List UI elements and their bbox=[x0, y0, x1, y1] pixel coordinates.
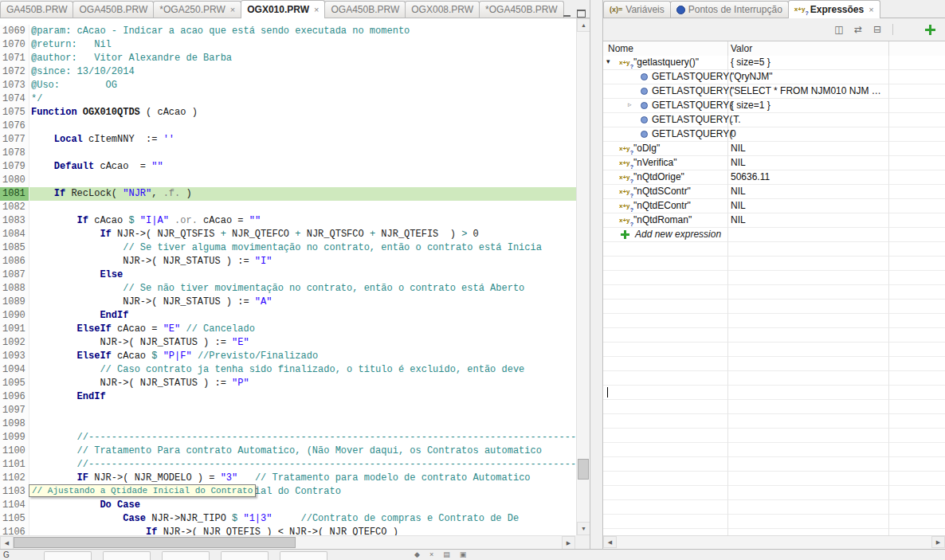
line-number[interactable]: 1083 bbox=[0, 214, 29, 228]
line-number[interactable]: 1078 bbox=[0, 147, 29, 160]
line-number[interactable]: 1076 bbox=[0, 119, 29, 133]
code-line-1080[interactable]: 1080 bbox=[0, 174, 576, 187]
expression-row[interactable]: x+y?"nVerifica"NIL bbox=[603, 156, 945, 170]
code-line-1099[interactable]: 1099 //---------------------------------… bbox=[0, 431, 576, 444]
expression-row[interactable]: GETLASTQUERY("SELECT * FROM NJM010 NJM W… bbox=[603, 84, 945, 99]
code-line-1092[interactable]: 1092 NJR->( NJR_STATUS ) := "E" bbox=[0, 336, 576, 350]
editor-tab-oga450b-prw[interactable]: OGA450B.PRW bbox=[324, 1, 406, 18]
line-number[interactable]: 1100 bbox=[0, 444, 29, 458]
console-view-tab-icon[interactable] bbox=[162, 551, 210, 560]
add-expression-icon[interactable] bbox=[621, 230, 629, 239]
code-line-1090[interactable]: 1090 EndIf bbox=[0, 309, 576, 323]
code-line-1073[interactable]: 1073@Uso: OG bbox=[0, 79, 576, 92]
expression-row[interactable]: GETLASTQUERY(0 bbox=[603, 127, 945, 142]
close-view-icon[interactable]: × bbox=[429, 550, 433, 558]
detach-view-icon[interactable]: ▣ bbox=[460, 550, 467, 558]
code-line-1095[interactable]: 1095 NJR->( NJR_STATUS ) := "P" bbox=[0, 377, 576, 390]
line-number[interactable]: 1104 bbox=[0, 499, 29, 512]
line-number[interactable]: 1073 bbox=[0, 79, 29, 92]
line-number[interactable]: 1103 bbox=[0, 485, 29, 499]
code-line-1104[interactable]: 1104 Do Case bbox=[0, 499, 576, 512]
debug-view-tab-icon[interactable] bbox=[44, 551, 92, 560]
line-number[interactable]: 1087 bbox=[0, 268, 29, 282]
collapse-arrow-icon[interactable]: ▾ bbox=[606, 57, 610, 65]
vertical-scrollbar[interactable]: ▲ ▼ bbox=[576, 18, 590, 535]
scroll-up-icon[interactable]: ▲ bbox=[577, 18, 590, 32]
editor-tab-ogx010-prw[interactable]: OGX010.PRW× bbox=[241, 0, 325, 18]
line-number[interactable]: 1093 bbox=[0, 350, 29, 363]
line-number[interactable]: 1071 bbox=[0, 52, 29, 65]
scroll-right-icon[interactable]: ▶ bbox=[931, 536, 945, 548]
code-line-1069[interactable]: 1069@param: cAcao - Indicar a acao que e… bbox=[0, 25, 576, 38]
expression-row[interactable]: x+y?"nQtdOrige"50636.11 bbox=[603, 170, 945, 185]
line-number[interactable]: 1074 bbox=[0, 92, 29, 106]
code-line-1098[interactable]: 1098 bbox=[0, 417, 576, 431]
code-line-1083[interactable]: 1083 If cAcao $ "I|A" .or. cAcao = "" bbox=[0, 214, 576, 228]
maximize-icon[interactable] bbox=[577, 10, 586, 18]
tab-close-icon[interactable]: × bbox=[314, 5, 319, 14]
code-line-1096[interactable]: 1096 EndIf bbox=[0, 390, 576, 404]
code-line-1082[interactable]: 1082 bbox=[0, 201, 576, 214]
scroll-left-icon[interactable]: ◀ bbox=[603, 536, 617, 548]
editor-tab-oga450b-prw[interactable]: OGA450B.PRW bbox=[73, 1, 154, 18]
editor-tab-oga250-prw[interactable]: *OGA250.PRW× bbox=[153, 1, 241, 18]
line-number[interactable]: 1088 bbox=[0, 282, 29, 296]
collapse-all-icon[interactable]: ⊟ bbox=[870, 23, 884, 36]
horizontal-scrollbar[interactable]: ◀ ▶ bbox=[0, 535, 575, 549]
scroll-right-icon[interactable]: ▶ bbox=[562, 536, 575, 550]
expression-row[interactable]: GETLASTQUERY(.T. bbox=[603, 113, 945, 127]
code-line-1086[interactable]: 1086 NJR->( NJR_STATUS ) := "I" bbox=[0, 255, 576, 268]
line-number[interactable]: 1099 bbox=[0, 431, 29, 444]
expressions-table[interactable]: Nome Valor ▾x+y?"getlastquery()"{ size=5… bbox=[603, 41, 945, 535]
code-line-1087[interactable]: 1087 Else bbox=[0, 268, 576, 282]
panel-tab-vari-veis[interactable]: (x)=Variáveis bbox=[603, 1, 671, 18]
vertical-scroll-thumb[interactable] bbox=[578, 459, 589, 480]
line-number[interactable]: 1097 bbox=[0, 404, 29, 417]
line-number[interactable]: 1089 bbox=[0, 296, 29, 309]
line-number[interactable]: 1096 bbox=[0, 390, 29, 404]
line-number[interactable]: 1101 bbox=[0, 458, 29, 472]
code-line-1105[interactable]: 1105 Case NJR->NJR_TIPO $ "1|3" //Contra… bbox=[0, 512, 576, 526]
line-number[interactable]: 1069 bbox=[0, 25, 29, 38]
code-line-1077[interactable]: 1077 Local cItemNNY := '' bbox=[0, 133, 576, 147]
line-number[interactable]: 1095 bbox=[0, 377, 29, 390]
code-line-1091[interactable]: 1091 ElseIf cAcao = "E" // Cancelado bbox=[0, 323, 576, 336]
line-number[interactable]: 1075 bbox=[0, 106, 29, 119]
tasks-view-tab-icon[interactable] bbox=[221, 551, 269, 560]
line-number[interactable]: 1106 bbox=[0, 526, 29, 535]
column-divider[interactable] bbox=[727, 41, 728, 56]
expression-row[interactable]: x+y?"nQtdSContr"NIL bbox=[603, 185, 945, 199]
line-number[interactable]: 1105 bbox=[0, 512, 29, 526]
code-line-1081[interactable]: 1081 If RecLock( "NJR", .f. ) bbox=[0, 187, 576, 201]
code-line-1072[interactable]: 1072@since: 13/10/2014 bbox=[0, 65, 576, 79]
column-divider[interactable] bbox=[888, 41, 889, 56]
scroll-down-icon[interactable]: ▼ bbox=[577, 522, 590, 535]
line-number[interactable]: 1081 bbox=[0, 187, 29, 201]
breakpoints-view-tab-icon[interactable] bbox=[103, 551, 151, 560]
line-number[interactable]: 1102 bbox=[0, 472, 29, 485]
editor-tab-ga450b-prw[interactable]: GA450B.PRW bbox=[0, 1, 73, 18]
line-number[interactable]: 1092 bbox=[0, 336, 29, 350]
editor-tab-oga450b-prw[interactable]: *OGA450B.PRW bbox=[479, 1, 563, 18]
code-line-1101[interactable]: 1101 //---------------------------------… bbox=[0, 458, 576, 472]
tab-close-icon[interactable]: × bbox=[869, 5, 873, 14]
search-view-tab-icon[interactable] bbox=[280, 551, 327, 560]
show-type-names-icon[interactable]: ◫ bbox=[832, 23, 846, 36]
line-number[interactable]: 1080 bbox=[0, 174, 29, 187]
add-expression-row[interactable]: Add new expression bbox=[603, 228, 945, 242]
list-view-icon[interactable]: ▤ bbox=[443, 550, 450, 558]
line-number[interactable]: 1091 bbox=[0, 323, 29, 336]
line-number[interactable]: 1090 bbox=[0, 309, 29, 323]
code-line-1085[interactable]: 1085 // Se tiver alguma movimentação no … bbox=[0, 241, 576, 255]
panel-tab-express-es[interactable]: x+y?Expressões× bbox=[788, 0, 880, 18]
code-line-1074[interactable]: 1074*/ bbox=[0, 92, 576, 106]
code-line-1093[interactable]: 1093 ElseIf cAcao $ "P|F" //Previsto/Fin… bbox=[0, 350, 576, 363]
editor-tab-ogx008-prw[interactable]: OGX008.PRW bbox=[405, 1, 480, 18]
code-line-1106[interactable]: 1106 If NJR->( NJR_QTEFIS ) < NJR->( NJR… bbox=[0, 526, 576, 535]
code-line-1076[interactable]: 1076 bbox=[0, 119, 576, 133]
expression-row[interactable]: x+y?"nQtdRoman"NIL bbox=[603, 213, 945, 228]
code-line-1094[interactable]: 1094 // Caso contrato ja tenha sido fina… bbox=[0, 363, 576, 377]
new-watch-expression-icon[interactable] bbox=[925, 25, 935, 35]
code-line-1089[interactable]: 1089 NJR->( NJR_STATUS ) := "A" bbox=[0, 296, 576, 309]
code-line-1075[interactable]: 1075Function OGX010QTDS ( cAcao ) bbox=[0, 106, 576, 119]
